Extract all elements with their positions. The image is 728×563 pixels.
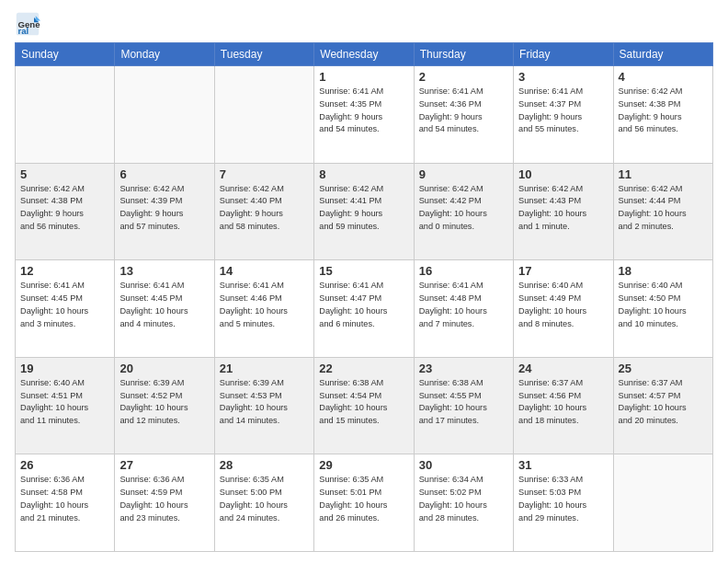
day-number: 31 bbox=[518, 458, 608, 472]
day-number: 18 bbox=[619, 264, 708, 278]
logo: Gene ral bbox=[15, 11, 44, 37]
calendar-cell: 2Sunrise: 6:41 AMSunset: 4:36 PMDaylight… bbox=[414, 66, 513, 164]
day-info: Sunrise: 6:38 AMSunset: 4:54 PMDaylight:… bbox=[319, 377, 408, 428]
day-number: 30 bbox=[419, 458, 508, 472]
day-info: Sunrise: 6:41 AMSunset: 4:47 PMDaylight:… bbox=[319, 280, 408, 330]
day-info: Sunrise: 6:41 AMSunset: 4:36 PMDaylight:… bbox=[419, 86, 508, 136]
day-number: 29 bbox=[319, 458, 408, 472]
day-number: 22 bbox=[319, 362, 408, 375]
calendar: SundayMondayTuesdayWednesdayThursdayFrid… bbox=[15, 42, 713, 552]
day-number: 1 bbox=[319, 70, 408, 84]
day-number: 23 bbox=[419, 362, 508, 375]
calendar-cell: 12Sunrise: 6:41 AMSunset: 4:45 PMDayligh… bbox=[16, 260, 115, 358]
calendar-cell: 26Sunrise: 6:36 AMSunset: 4:58 PMDayligh… bbox=[16, 454, 115, 552]
day-number: 12 bbox=[20, 264, 109, 278]
day-number: 28 bbox=[220, 458, 309, 472]
calendar-cell: 15Sunrise: 6:41 AMSunset: 4:47 PMDayligh… bbox=[314, 260, 414, 358]
header: Gene ral bbox=[15, 11, 713, 37]
day-number: 19 bbox=[20, 362, 109, 375]
page: Gene ral SundayMondayTuesdayWednesdayThu… bbox=[0, 0, 728, 563]
calendar-cell: 29Sunrise: 6:35 AMSunset: 5:01 PMDayligh… bbox=[314, 454, 414, 552]
day-header-thursday: Thursday bbox=[414, 43, 513, 66]
calendar-cell: 30Sunrise: 6:34 AMSunset: 5:02 PMDayligh… bbox=[414, 454, 513, 552]
day-info: Sunrise: 6:33 AMSunset: 5:03 PMDaylight:… bbox=[518, 474, 608, 524]
day-number: 6 bbox=[119, 167, 209, 181]
day-number: 15 bbox=[319, 264, 408, 278]
day-info: Sunrise: 6:36 AMSunset: 4:59 PMDaylight:… bbox=[119, 474, 209, 524]
week-row-3: 12Sunrise: 6:41 AMSunset: 4:45 PMDayligh… bbox=[16, 260, 713, 358]
day-info: Sunrise: 6:41 AMSunset: 4:48 PMDaylight:… bbox=[419, 280, 508, 330]
day-info: Sunrise: 6:42 AMSunset: 4:44 PMDaylight:… bbox=[619, 183, 708, 234]
calendar-cell: 19Sunrise: 6:40 AMSunset: 4:51 PMDayligh… bbox=[16, 357, 115, 454]
calendar-cell: 7Sunrise: 6:42 AMSunset: 4:40 PMDaylight… bbox=[214, 163, 313, 260]
day-number: 21 bbox=[220, 362, 309, 375]
calendar-cell bbox=[214, 66, 313, 164]
day-info: Sunrise: 6:42 AMSunset: 4:39 PMDaylight:… bbox=[119, 183, 209, 234]
logo-icon: Gene ral bbox=[15, 11, 40, 37]
day-header-saturday: Saturday bbox=[613, 43, 712, 66]
day-info: Sunrise: 6:41 AMSunset: 4:45 PMDaylight:… bbox=[20, 280, 109, 330]
day-info: Sunrise: 6:42 AMSunset: 4:42 PMDaylight:… bbox=[419, 183, 508, 234]
calendar-cell bbox=[115, 66, 214, 164]
calendar-cell: 20Sunrise: 6:39 AMSunset: 4:52 PMDayligh… bbox=[115, 357, 214, 454]
calendar-cell: 3Sunrise: 6:41 AMSunset: 4:37 PMDaylight… bbox=[514, 66, 613, 164]
calendar-cell: 14Sunrise: 6:41 AMSunset: 4:46 PMDayligh… bbox=[214, 260, 313, 358]
day-info: Sunrise: 6:40 AMSunset: 4:50 PMDaylight:… bbox=[619, 280, 708, 330]
day-number: 25 bbox=[619, 362, 708, 375]
day-number: 20 bbox=[119, 362, 209, 375]
day-number: 9 bbox=[419, 167, 508, 181]
day-header-friday: Friday bbox=[514, 43, 613, 66]
day-info: Sunrise: 6:35 AMSunset: 5:00 PMDaylight:… bbox=[220, 474, 309, 524]
day-info: Sunrise: 6:40 AMSunset: 4:51 PMDaylight:… bbox=[20, 377, 109, 428]
day-number: 26 bbox=[20, 458, 109, 472]
days-of-week-row: SundayMondayTuesdayWednesdayThursdayFrid… bbox=[16, 43, 713, 66]
calendar-cell: 13Sunrise: 6:41 AMSunset: 4:45 PMDayligh… bbox=[115, 260, 214, 358]
calendar-cell: 25Sunrise: 6:37 AMSunset: 4:57 PMDayligh… bbox=[613, 357, 712, 454]
day-number: 27 bbox=[119, 458, 209, 472]
day-number: 17 bbox=[518, 264, 608, 278]
day-info: Sunrise: 6:41 AMSunset: 4:46 PMDaylight:… bbox=[220, 280, 309, 330]
day-info: Sunrise: 6:41 AMSunset: 4:45 PMDaylight:… bbox=[119, 280, 209, 330]
day-info: Sunrise: 6:42 AMSunset: 4:43 PMDaylight:… bbox=[518, 183, 608, 234]
day-info: Sunrise: 6:39 AMSunset: 4:53 PMDaylight:… bbox=[220, 377, 309, 428]
day-info: Sunrise: 6:42 AMSunset: 4:41 PMDaylight:… bbox=[319, 183, 408, 234]
day-info: Sunrise: 6:42 AMSunset: 4:38 PMDaylight:… bbox=[619, 86, 708, 136]
day-info: Sunrise: 6:41 AMSunset: 4:37 PMDaylight:… bbox=[518, 86, 608, 136]
calendar-cell: 5Sunrise: 6:42 AMSunset: 4:38 PMDaylight… bbox=[16, 163, 115, 260]
day-number: 5 bbox=[20, 167, 109, 181]
day-header-tuesday: Tuesday bbox=[214, 43, 313, 66]
week-row-4: 19Sunrise: 6:40 AMSunset: 4:51 PMDayligh… bbox=[16, 357, 713, 454]
day-number: 10 bbox=[518, 167, 608, 181]
week-row-5: 26Sunrise: 6:36 AMSunset: 4:58 PMDayligh… bbox=[16, 454, 713, 552]
day-info: Sunrise: 6:36 AMSunset: 4:58 PMDaylight:… bbox=[20, 474, 109, 524]
day-number: 2 bbox=[419, 70, 508, 84]
day-number: 7 bbox=[220, 167, 309, 181]
day-info: Sunrise: 6:35 AMSunset: 5:01 PMDaylight:… bbox=[319, 474, 408, 524]
day-number: 14 bbox=[220, 264, 309, 278]
day-number: 13 bbox=[119, 264, 209, 278]
day-header-monday: Monday bbox=[115, 43, 214, 66]
calendar-cell: 4Sunrise: 6:42 AMSunset: 4:38 PMDaylight… bbox=[613, 66, 712, 164]
calendar-cell bbox=[613, 454, 712, 552]
calendar-cell: 23Sunrise: 6:38 AMSunset: 4:55 PMDayligh… bbox=[414, 357, 513, 454]
day-number: 4 bbox=[619, 70, 708, 84]
day-number: 11 bbox=[619, 167, 708, 181]
day-number: 3 bbox=[518, 70, 608, 84]
calendar-cell: 28Sunrise: 6:35 AMSunset: 5:00 PMDayligh… bbox=[214, 454, 313, 552]
calendar-cell: 10Sunrise: 6:42 AMSunset: 4:43 PMDayligh… bbox=[514, 163, 613, 260]
day-info: Sunrise: 6:37 AMSunset: 4:57 PMDaylight:… bbox=[619, 377, 708, 428]
week-row-1: 1Sunrise: 6:41 AMSunset: 4:35 PMDaylight… bbox=[16, 66, 713, 164]
day-info: Sunrise: 6:42 AMSunset: 4:38 PMDaylight:… bbox=[20, 183, 109, 234]
day-header-sunday: Sunday bbox=[16, 43, 115, 66]
calendar-cell: 31Sunrise: 6:33 AMSunset: 5:03 PMDayligh… bbox=[514, 454, 613, 552]
day-info: Sunrise: 6:38 AMSunset: 4:55 PMDaylight:… bbox=[419, 377, 508, 428]
calendar-cell: 11Sunrise: 6:42 AMSunset: 4:44 PMDayligh… bbox=[613, 163, 712, 260]
calendar-body: 1Sunrise: 6:41 AMSunset: 4:35 PMDaylight… bbox=[16, 66, 713, 552]
calendar-cell bbox=[16, 66, 115, 164]
calendar-cell: 27Sunrise: 6:36 AMSunset: 4:59 PMDayligh… bbox=[115, 454, 214, 552]
calendar-cell: 16Sunrise: 6:41 AMSunset: 4:48 PMDayligh… bbox=[414, 260, 513, 358]
svg-text:ral: ral bbox=[18, 26, 29, 36]
calendar-cell: 8Sunrise: 6:42 AMSunset: 4:41 PMDaylight… bbox=[314, 163, 414, 260]
day-info: Sunrise: 6:40 AMSunset: 4:49 PMDaylight:… bbox=[518, 280, 608, 330]
calendar-cell: 18Sunrise: 6:40 AMSunset: 4:50 PMDayligh… bbox=[613, 260, 712, 358]
